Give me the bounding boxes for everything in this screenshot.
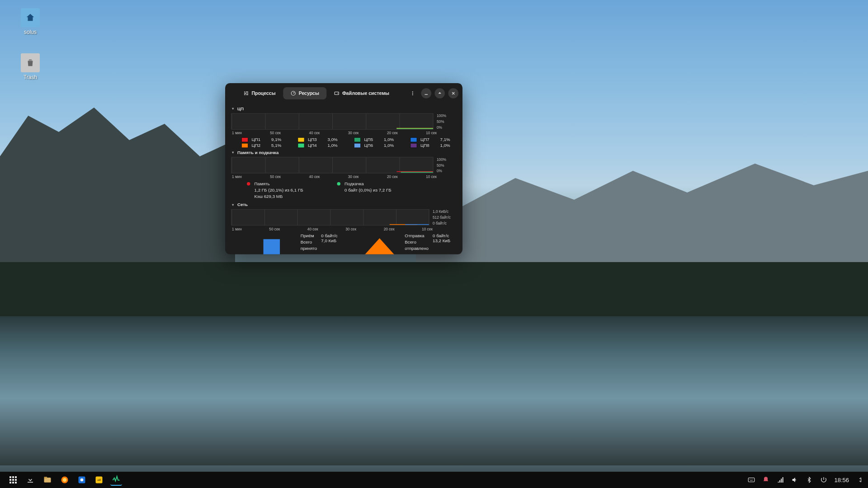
- cpu-value: 1,0%: [328, 143, 344, 148]
- section-title: ЦП: [237, 106, 244, 111]
- clock[interactable]: 18:56: [834, 477, 849, 483]
- swap-heading: Подкачка: [344, 181, 392, 187]
- cpu-value: 3,0%: [328, 137, 344, 142]
- svg-rect-14: [12, 482, 14, 483]
- rx-heading: Приём: [301, 233, 317, 239]
- disk-icon: [334, 91, 340, 96]
- swap-detail: 0 байт (0,0%) из 7,2 ГБ: [344, 187, 392, 193]
- desktop-icon-home[interactable]: solus: [14, 8, 46, 35]
- power-icon[interactable]: [820, 476, 828, 484]
- cpu-legend-item: ЦП25,1%: [241, 143, 288, 148]
- cpu-label: ЦП8: [420, 143, 429, 148]
- chevron-down-icon: ▼: [231, 202, 235, 206]
- memory-usage: Память 1,2 ГБ (20,1%) из 6,1 ГБ Кэш 629,…: [247, 181, 303, 200]
- view-switcher: Процессы Ресурсы Файловые системы: [236, 87, 396, 99]
- cpu-value: 1,0%: [384, 137, 400, 142]
- memory-cache: Кэш 629,3 МБ: [255, 193, 303, 200]
- cpu-yticks: 100% 50% 0%: [437, 113, 457, 130]
- cpu-legend-item: ЦП19,1%: [241, 137, 288, 142]
- maximize-button[interactable]: [435, 88, 445, 99]
- memory-yticks: 100% 50% 0%: [437, 157, 457, 174]
- svg-rect-10: [9, 479, 11, 481]
- tab-processes[interactable]: Процессы: [236, 87, 283, 99]
- cpu-label: ЦП3: [308, 137, 317, 142]
- network-rx: Приём Всего принято 0 байт/с 7,0 КиБ: [247, 233, 345, 254]
- svg-point-3: [412, 91, 413, 92]
- cpu-label: ЦП7: [420, 137, 429, 142]
- titlebar[interactable]: Процессы Ресурсы Файловые системы: [225, 83, 462, 103]
- files-icon[interactable]: [42, 474, 53, 486]
- home-folder-icon: [21, 8, 40, 27]
- section-toggle-memory[interactable]: ▼ Память и подкачка: [231, 150, 457, 155]
- color-swatch: [298, 137, 305, 142]
- cpu-label: ЦП6: [364, 143, 373, 148]
- memory-heading: Память: [255, 181, 303, 187]
- volume-icon[interactable]: [791, 476, 799, 484]
- rx-total: 7,0 КиБ: [321, 238, 336, 243]
- memory-color-dot: [247, 182, 250, 186]
- settings-icon[interactable]: [76, 474, 88, 486]
- cpu-label: ЦП5: [364, 137, 373, 142]
- network-xticks: 1 мин50 сек40 сек30 сек20 сек10 сек: [232, 227, 433, 231]
- tab-label: Файловые системы: [342, 91, 389, 96]
- tx-total-label: Всего отправлено: [405, 239, 429, 252]
- cpu-label: ЦП1: [252, 137, 261, 142]
- tab-filesystems[interactable]: Файловые системы: [326, 87, 396, 99]
- desktop-icon-trash[interactable]: Trash: [14, 53, 46, 80]
- cpu-legend-item: ЦП81,0%: [410, 143, 457, 148]
- tab-resources[interactable]: Ресурсы: [283, 87, 326, 99]
- tx-rate: 0 байт/с: [433, 233, 449, 238]
- tab-label: Ресурсы: [299, 91, 319, 96]
- upload-arrow-icon: [359, 233, 401, 254]
- system-monitor-taskbar-icon[interactable]: [110, 474, 122, 486]
- section-toggle-cpu[interactable]: ▼ ЦП: [231, 106, 457, 111]
- network-chart: [231, 209, 429, 225]
- tx-total: 13,2 КиБ: [433, 238, 450, 243]
- chevron-down-icon: ▼: [231, 150, 235, 154]
- menu-button[interactable]: [408, 88, 418, 99]
- swap-color-dot: [337, 182, 341, 186]
- svg-rect-1: [335, 92, 339, 95]
- tab-label: Процессы: [252, 91, 276, 96]
- wallpaper-mountain-left: [0, 99, 235, 262]
- cpu-value: 5,1%: [271, 143, 288, 148]
- svg-rect-11: [12, 479, 14, 481]
- tx-heading: Отправка: [405, 233, 429, 239]
- sidebar-toggle-icon[interactable]: [855, 476, 863, 484]
- app-icon-misc[interactable]: [93, 474, 105, 486]
- memory-chart: [231, 157, 434, 174]
- bluetooth-icon[interactable]: [805, 476, 813, 484]
- network-icon[interactable]: [776, 476, 784, 484]
- section-title: Сеть: [237, 202, 248, 207]
- minimize-button[interactable]: [421, 88, 432, 99]
- svg-point-19: [63, 478, 66, 482]
- cpu-legend-item: ЦП77,1%: [410, 137, 457, 142]
- desktop-icon-label: solus: [24, 29, 37, 35]
- svg-rect-22: [96, 477, 103, 483]
- app-launcher-button[interactable]: [7, 474, 19, 486]
- cpu-legend-item: ЦП61,0%: [354, 143, 400, 148]
- cpu-xticks: 1 мин50 сек40 сек30 сек20 сек10 сек: [232, 131, 437, 135]
- cpu-value: 9,1%: [271, 137, 288, 142]
- svg-rect-7: [9, 476, 11, 478]
- close-button[interactable]: [448, 88, 459, 99]
- svg-rect-8: [12, 476, 14, 478]
- chevron-down-icon: ▼: [231, 107, 235, 111]
- svg-rect-17: [44, 477, 47, 478]
- rx-total-label: Всего принято: [301, 239, 317, 252]
- cpu-legend-item: ЦП41,0%: [298, 143, 344, 148]
- memory-xticks: 1 мин50 сек40 сек30 сек20 сек10 сек: [232, 175, 437, 179]
- svg-point-2: [337, 93, 338, 94]
- section-toggle-network[interactable]: ▼ Сеть: [231, 202, 457, 207]
- keyboard-layout-icon[interactable]: [747, 476, 755, 484]
- downloads-icon[interactable]: [24, 474, 36, 486]
- cpu-value: 7,1%: [440, 137, 457, 142]
- svg-rect-15: [15, 482, 17, 483]
- svg-rect-9: [15, 476, 17, 478]
- network-tx: Отправка Всего отправлено 0 байт/с 13,2 …: [359, 233, 457, 254]
- svg-rect-12: [15, 479, 17, 481]
- notifications-icon[interactable]: [762, 476, 770, 484]
- svg-rect-23: [749, 478, 755, 482]
- swap-usage: Подкачка 0 байт (0,0%) из 7,2 ГБ: [337, 181, 392, 200]
- firefox-icon[interactable]: [59, 474, 71, 486]
